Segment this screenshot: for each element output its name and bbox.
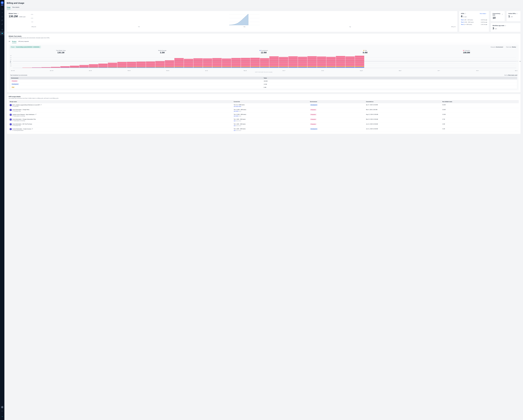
info-icon[interactable] xyxy=(516,13,518,14)
user-avatar[interactable]: A xyxy=(1,406,3,408)
env-table-row[interactable]: Development12.9M xyxy=(10,83,517,86)
nav-data-icon[interactable] xyxy=(0,18,4,22)
seats-value: 3 of 5 xyxy=(493,27,519,30)
home-icon xyxy=(12,130,13,131)
bar-column[interactable] xyxy=(32,56,41,68)
bar-column[interactable] xyxy=(13,56,22,68)
home-icon xyxy=(12,120,13,121)
period-chip[interactable]: Period: Current billing cycle(12/04/2023… xyxy=(10,46,41,48)
bar-column[interactable] xyxy=(165,56,174,68)
external-link-icon[interactable] xyxy=(32,128,33,130)
subtab-recipes[interactable]: Recipes xyxy=(12,40,16,43)
workspace-logo[interactable]: B xyxy=(1,1,4,4)
bar-column[interactable] xyxy=(155,56,165,68)
bar-column[interactable] xyxy=(307,56,317,68)
main-tabs: UsagePlan details xyxy=(7,6,521,9)
bar-column[interactable] xyxy=(174,56,184,68)
hvr-recipe-row[interactable]: Zuora Automation - Change Subscription P… xyxy=(9,118,519,122)
recipe-icon xyxy=(10,128,12,130)
info-icon[interactable] xyxy=(17,13,19,14)
hvr-value: 6 in use xyxy=(461,15,487,18)
bar-column[interactable] xyxy=(203,56,212,68)
bar-column[interactable] xyxy=(336,56,345,68)
env-table-row[interactable]: Test8.4M xyxy=(10,86,517,89)
nav-tools-icon[interactable] xyxy=(0,22,4,26)
hvr-recipe-row[interactable]: Invoice Automation - Create Invoices Inv… xyxy=(9,127,519,132)
info-icon[interactable] xyxy=(505,25,506,26)
billable-label: Billable Tasks xyxy=(9,13,25,14)
recipe-icon xyxy=(10,119,12,120)
bar-column[interactable] xyxy=(241,56,250,68)
subtab-all[interactable]: All xyxy=(9,40,10,43)
subtab-api-proxy-requests[interactable]: API proxy requests xyxy=(18,40,29,43)
hvr-card: HVRs View details 6 in use Tier 1 (4M - … xyxy=(459,11,489,32)
view-details-link[interactable]: View details xyxy=(480,13,487,14)
bar-column[interactable] xyxy=(41,56,51,68)
bar-column[interactable] xyxy=(326,56,336,68)
external-link-icon[interactable] xyxy=(41,104,42,105)
hvr-recipe-row[interactable]: Update Invoice Request - Slack Notificat… xyxy=(9,113,519,118)
bar-column[interactable] xyxy=(288,56,298,68)
bar-column[interactable] xyxy=(317,56,326,68)
tab-plan-details[interactable]: Plan details xyxy=(12,6,19,9)
bar-column[interactable] xyxy=(146,56,155,68)
bar-column[interactable] xyxy=(70,56,79,68)
bar-column[interactable] xyxy=(355,56,364,68)
sidebar: B DEV A xyxy=(0,0,4,420)
concurrency-value: 10 xyxy=(493,16,503,19)
bar-column[interactable] xyxy=(279,56,288,68)
bar-column[interactable] xyxy=(60,56,70,68)
svg-rect-1 xyxy=(1,20,2,20)
details-sub: Tasks consumed by recipes across all env… xyxy=(9,37,519,39)
stat-avg: Weekly Average3.3M xyxy=(112,50,213,54)
bar-column[interactable] xyxy=(184,56,193,68)
info-icon[interactable] xyxy=(502,14,503,15)
recipe-icon xyxy=(10,123,12,125)
svg-rect-5 xyxy=(2,33,3,34)
nav-assets-icon[interactable] xyxy=(0,11,4,15)
bar-column[interactable] xyxy=(117,56,127,68)
main-content: Billing and Usage UsagePlan details Bill… xyxy=(4,0,523,420)
home-icon xyxy=(12,106,13,107)
external-link-icon[interactable] xyxy=(35,114,36,115)
bar-column[interactable] xyxy=(345,56,355,68)
env-table: Environment Tasks Production108.8MDevelo… xyxy=(10,77,517,89)
timezone-label: (GMT-07:00) Pacific Time (US & Canada) xyxy=(10,71,517,73)
tab-usage[interactable]: Usage xyxy=(7,6,10,9)
bar-column[interactable] xyxy=(51,56,60,68)
bar-column[interactable] xyxy=(260,56,269,68)
chart-view-dropdown[interactable]: Chart view: Weekly xyxy=(506,46,517,48)
bar-column[interactable] xyxy=(222,56,231,68)
bar-column[interactable] xyxy=(127,56,136,68)
bar-column[interactable] xyxy=(89,56,98,68)
hvr-recipe-row[interactable]: Zuora Automation - Charge Retry Purchase… xyxy=(9,108,519,113)
tier-row: Tier 3 (>= 30M tasks)1 of 1 in use xyxy=(461,24,487,25)
bar-column[interactable] xyxy=(298,56,307,68)
bar-column[interactable] xyxy=(269,56,279,68)
bar-column[interactable] xyxy=(136,56,146,68)
hvr-recipe-row[interactable]: Zuora Automation - MC First Purchase Pur… xyxy=(9,122,519,127)
recipe-icon xyxy=(10,104,12,106)
bar-column[interactable] xyxy=(22,56,32,68)
nav-library-icon[interactable] xyxy=(0,15,4,18)
nav-billing-icon[interactable] xyxy=(0,32,4,35)
sort-dropdown[interactable]: Sort by Most tasks used xyxy=(504,74,517,76)
bar-column[interactable] xyxy=(193,56,203,68)
nav-dashboard-icon[interactable] xyxy=(0,7,4,11)
svg-rect-2 xyxy=(2,20,3,20)
bar-column[interactable] xyxy=(212,56,222,68)
bar-column[interactable] xyxy=(79,56,89,68)
bar-column[interactable] xyxy=(231,56,241,68)
bar-column[interactable] xyxy=(108,56,117,68)
logout-icon[interactable] xyxy=(0,409,4,413)
nav-reports-icon[interactable] xyxy=(0,28,4,32)
bar-column[interactable] xyxy=(98,56,108,68)
env-table-row[interactable]: Production108.8M xyxy=(10,79,517,83)
env-badge: DEV xyxy=(1,5,3,6)
hvr-recipe-row[interactable]: [tech_analytics-support] Board Members t… xyxy=(9,103,519,108)
info-icon[interactable] xyxy=(465,13,466,14)
group-by-dropdown[interactable]: Group by: Environment xyxy=(490,46,504,48)
stat-total: Total Billable Tasks130.1M xyxy=(10,50,112,54)
bar-column[interactable] xyxy=(250,56,260,68)
billable-area-chart: 150M100M50MBilling startFebMayAugBilling… xyxy=(27,13,456,27)
